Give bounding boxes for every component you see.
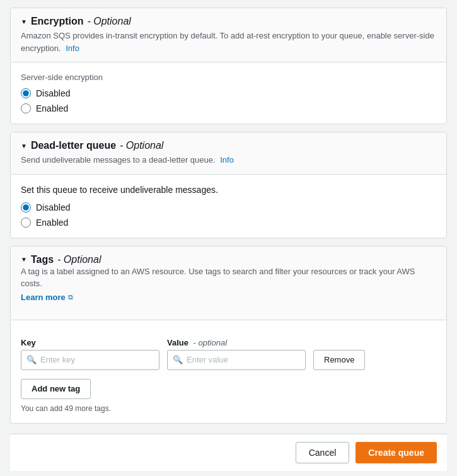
dlq-section: ▼ Dead-letter queue - Optional Send unde… (10, 132, 447, 238)
dlq-disabled-option[interactable]: Disabled (21, 202, 436, 212)
dlq-body: Set this queue to receive undeliverable … (11, 175, 446, 238)
encryption-title-text: Encryption (31, 16, 84, 27)
encryption-info-link[interactable]: Info (66, 44, 79, 53)
value-input[interactable] (187, 355, 300, 364)
dlq-title-text: Dead-letter queue (31, 140, 116, 151)
encryption-body: Server-side encryption Disabled Enabled (11, 62, 446, 124)
encryption-chevron: ▼ (21, 18, 27, 25)
add-new-tag-button[interactable]: Add new tag (21, 379, 91, 399)
encryption-enabled-radio[interactable] (21, 103, 31, 113)
dlq-enabled-radio[interactable] (21, 218, 31, 228)
key-input[interactable] (40, 355, 154, 364)
encryption-disabled-option[interactable]: Disabled (21, 88, 436, 98)
encryption-optional: - Optional (87, 16, 130, 27)
tags-chevron: ▼ (21, 256, 27, 263)
dlq-info-link[interactable]: Info (220, 155, 234, 165)
tags-optional: - Optional (57, 254, 101, 265)
tag-input-row: Key 🔍 Value - optional 🔍 (21, 338, 436, 370)
dlq-enabled-label: Enabled (36, 218, 68, 228)
value-search-icon: 🔍 (173, 355, 183, 364)
dlq-disabled-radio[interactable] (21, 202, 31, 212)
encryption-subtitle: Amazon SQS provides in-transit encryptio… (21, 30, 436, 54)
cancel-button[interactable]: Cancel (296, 442, 350, 463)
external-link-icon: ⧉ (68, 293, 73, 301)
learn-more-link[interactable]: Learn more (21, 293, 66, 302)
dlq-optional: - Optional (120, 140, 163, 151)
learn-more-row: Learn more ⧉ (21, 293, 436, 302)
dlq-chevron: ▼ (21, 142, 27, 149)
dlq-radio-group: Disabled Enabled (21, 202, 436, 228)
encryption-radio-group: Disabled Enabled (21, 88, 436, 113)
key-search-icon: 🔍 (26, 355, 37, 364)
dlq-enabled-option[interactable]: Enabled (21, 218, 436, 228)
remove-tag-button[interactable]: Remove (313, 350, 365, 370)
footer-bar: Cancel Create queue (10, 434, 447, 471)
key-field: Key 🔍 (21, 338, 159, 370)
tags-title: ▼ Tags - Optional (21, 254, 436, 265)
encryption-enabled-option[interactable]: Enabled (21, 103, 436, 113)
tags-header: ▼ Tags - Optional A tag is a label assig… (11, 247, 446, 320)
tags-hint: You can add 49 more tags. (21, 404, 436, 413)
encryption-disabled-radio[interactable] (21, 88, 31, 98)
encryption-section-label: Server-side encryption (21, 73, 436, 82)
tags-description: A tag is a label assigned to an AWS reso… (21, 265, 436, 290)
value-field: Value - optional 🔍 (167, 338, 306, 370)
tags-section: ▼ Tags - Optional A tag is a label assig… (10, 246, 447, 424)
key-label: Key (21, 338, 159, 347)
encryption-disabled-label: Disabled (36, 88, 70, 98)
create-queue-button[interactable]: Create queue (356, 442, 437, 463)
dlq-body-text: Set this queue to receive undeliverable … (21, 185, 436, 195)
value-label: Value - optional (167, 338, 306, 347)
tags-title-text: Tags (31, 254, 54, 265)
encryption-header: ▼ Encryption - Optional Amazon SQS provi… (11, 8, 446, 62)
key-input-wrapper: 🔍 (21, 350, 159, 370)
dlq-title: ▼ Dead-letter queue - Optional (21, 140, 436, 151)
encryption-enabled-label: Enabled (36, 103, 68, 113)
value-input-wrapper: 🔍 (167, 350, 306, 370)
dlq-header: ▼ Dead-letter queue - Optional Send unde… (11, 132, 446, 175)
tags-body: Key 🔍 Value - optional 🔍 (11, 320, 446, 423)
encryption-title: ▼ Encryption - Optional (21, 16, 436, 27)
dlq-disabled-label: Disabled (36, 202, 70, 212)
value-optional-text: - optional (194, 338, 227, 347)
encryption-section: ▼ Encryption - Optional Amazon SQS provi… (10, 8, 447, 124)
dlq-subtitle: Send undeliverable messages to a dead-le… (21, 154, 436, 166)
